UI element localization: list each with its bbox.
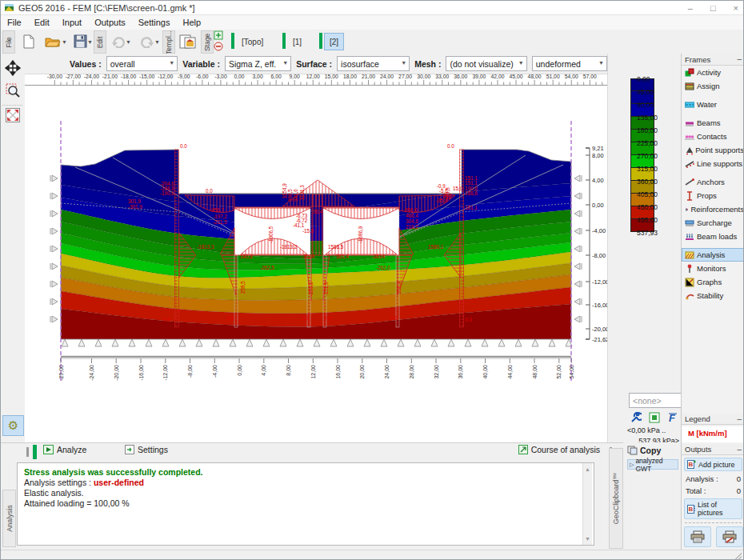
menu-item-file[interactable]: File bbox=[1, 17, 28, 28]
legend-panel-title: Legend bbox=[685, 414, 710, 423]
svg-text:B: B bbox=[689, 506, 694, 513]
outputs-minimize-button[interactable]: – bbox=[737, 447, 742, 452]
svg-text:0.0: 0.0 bbox=[180, 143, 187, 149]
list-of-pictures-button[interactable]: B List of pictures bbox=[684, 498, 742, 519]
frames-item-analysis[interactable]: Analysis bbox=[682, 248, 744, 262]
deformation-combo[interactable]: undeformed▼ bbox=[532, 56, 607, 71]
values-combo[interactable]: overall▼ bbox=[106, 56, 178, 71]
minimize-button[interactable]: – bbox=[688, 3, 693, 13]
pan-tool-button[interactable] bbox=[2, 58, 22, 78]
frames-item-contacts[interactable]: Contacts bbox=[682, 130, 744, 143]
remove-stage-button[interactable] bbox=[212, 42, 225, 51]
settings-gear-button[interactable]: ⚙ bbox=[2, 415, 24, 436]
svg-text:-30,00: -30,00 bbox=[47, 74, 62, 79]
frames-item-label: Beam loads bbox=[697, 232, 737, 241]
variable-combo[interactable]: Sigma Z, eff.▼ bbox=[225, 56, 291, 71]
frames-item-anchors[interactable]: Anchors bbox=[682, 175, 744, 189]
save-dropdown-arrow[interactable]: ▼ bbox=[87, 39, 93, 45]
menu-item-edit[interactable]: Edit bbox=[28, 17, 56, 28]
frames-item-monitors[interactable]: Monitors bbox=[682, 262, 744, 275]
svg-text:0.0: 0.0 bbox=[447, 143, 454, 149]
svg-text:-18,00: -18,00 bbox=[121, 74, 136, 79]
surface-combo[interactable]: isosurface▼ bbox=[337, 56, 410, 71]
redo-dropdown-arrow: ▼ bbox=[154, 39, 160, 45]
copy-label[interactable]: Copy bbox=[640, 446, 661, 455]
copy-picture-button[interactable] bbox=[176, 31, 200, 51]
svg-text:304,6: 304,6 bbox=[406, 218, 418, 224]
svg-text:-12,00: -12,00 bbox=[158, 74, 173, 79]
status-bar bbox=[1, 550, 743, 560]
analysis-log-line: Stress analysis was successfully complet… bbox=[24, 467, 587, 478]
resize-grip[interactable] bbox=[734, 552, 742, 560]
scale-settings-wrench-icon[interactable] bbox=[630, 412, 642, 423]
stage-button-1[interactable]: [1] bbox=[287, 33, 307, 50]
frames-item-reinforcements[interactable]: Reinforcements bbox=[682, 202, 744, 216]
edit-toolbar-tab[interactable]: Edit bbox=[94, 30, 106, 54]
print-button[interactable] bbox=[684, 526, 711, 547]
stage-button-topo[interactable]: [Topo] bbox=[236, 33, 269, 50]
templates-toolbar-tab[interactable]: Templ... bbox=[162, 30, 175, 54]
print-preview-button[interactable] bbox=[716, 526, 743, 547]
scale-function-icon[interactable]: F bbox=[667, 412, 678, 423]
frames-item-point-supports[interactable]: Point supports bbox=[682, 143, 744, 157]
frames-item-activity[interactable]: Activity bbox=[682, 66, 744, 79]
svg-text:-24,00: -24,00 bbox=[84, 74, 99, 79]
menu-item-help[interactable]: Help bbox=[176, 17, 207, 28]
total-count-value: 0 bbox=[737, 486, 741, 495]
menu-item-settings[interactable]: Settings bbox=[132, 17, 177, 28]
svg-text:988,5: 988,5 bbox=[287, 189, 293, 202]
mesh-combo[interactable]: (do not visualize)▼ bbox=[446, 56, 526, 71]
scale-range-icon[interactable] bbox=[649, 412, 660, 423]
frames-item-graphs[interactable]: Graphs bbox=[682, 275, 744, 289]
analysis-side-tab[interactable]: Analysis bbox=[2, 490, 16, 547]
scroll-up-icon[interactable]: ▲ bbox=[585, 464, 590, 474]
window-title: GEO5 2016 - FEM [C:\FEM\screen-01.gmk *] bbox=[18, 3, 195, 13]
menu-item-input[interactable]: Input bbox=[56, 17, 88, 28]
frames-item-beam-loads[interactable]: Beam loads bbox=[682, 230, 744, 243]
frames-item-surcharge[interactable]: Surcharge bbox=[682, 216, 744, 230]
zoom-select-button[interactable] bbox=[2, 81, 22, 100]
panel-splitter-handle[interactable] bbox=[26, 447, 29, 457]
add-picture-button[interactable]: B Add picture bbox=[684, 458, 742, 471]
open-file-button[interactable] bbox=[42, 31, 63, 51]
frames-item-label: Monitors bbox=[697, 264, 726, 273]
analysis-settings-button[interactable]: Settings bbox=[121, 443, 172, 456]
svg-text:24,00: 24,00 bbox=[384, 365, 390, 379]
maximize-button[interactable]: □ bbox=[710, 3, 716, 13]
close-button[interactable]: × bbox=[734, 3, 738, 13]
frames-item-line-supports[interactable]: Line supports bbox=[682, 157, 744, 170]
frames-item-stability[interactable]: Stability bbox=[682, 289, 744, 302]
new-file-button[interactable] bbox=[18, 31, 39, 51]
frames-item-props[interactable]: Props bbox=[682, 189, 744, 202]
stage-status-bar bbox=[231, 33, 234, 49]
scale-value-label: 537,93 bbox=[637, 229, 658, 237]
stage-button-2[interactable]: [2] bbox=[324, 33, 344, 50]
anchors-icon bbox=[685, 178, 694, 187]
course-of-analysis-button[interactable]: Course of analysis bbox=[514, 443, 604, 456]
frames-item-beams[interactable]: Beams bbox=[682, 116, 744, 130]
svg-text:9,21: 9,21 bbox=[592, 145, 604, 152]
log-scrollbar[interactable]: ▲▼ bbox=[582, 463, 592, 545]
frames-item-water[interactable]: Water bbox=[682, 98, 744, 111]
scale-value-label: 45,00 bbox=[637, 88, 654, 96]
contacts-icon bbox=[685, 132, 694, 142]
file-toolbar-tab[interactable]: File bbox=[2, 30, 15, 54]
frames-panel-title: Frames bbox=[685, 55, 710, 64]
add-stage-button[interactable] bbox=[212, 30, 225, 40]
stage-status-bar bbox=[282, 33, 286, 49]
legend-minimize-button[interactable]: – bbox=[737, 417, 742, 422]
menu-item-outputs[interactable]: Outputs bbox=[88, 17, 132, 28]
svg-text:-1813,3: -1813,3 bbox=[197, 244, 214, 250]
analyzed-gwt-button[interactable]: ▷ analyzed GWT bbox=[627, 459, 678, 470]
frames-minimize-button[interactable]: – bbox=[737, 57, 742, 62]
analysis-log[interactable]: Stress analysis was successfully complet… bbox=[17, 462, 594, 546]
scroll-down-icon[interactable]: ▼ bbox=[585, 534, 590, 544]
frames-item-assign[interactable]: Assign bbox=[682, 79, 744, 93]
geoclipboard-tab[interactable]: GeoClipboard™ bbox=[609, 448, 623, 549]
svg-text:52,00: 52,00 bbox=[556, 365, 562, 379]
open-dropdown-arrow[interactable]: ▼ bbox=[62, 39, 67, 45]
model-canvas[interactable]: -30,00-27,00-24,00-21,00-18,00-15,00-12,… bbox=[25, 74, 607, 442]
fit-view-button[interactable] bbox=[2, 105, 22, 125]
redo-icon bbox=[140, 35, 154, 48]
analyze-button[interactable]: Analyze bbox=[39, 443, 90, 456]
